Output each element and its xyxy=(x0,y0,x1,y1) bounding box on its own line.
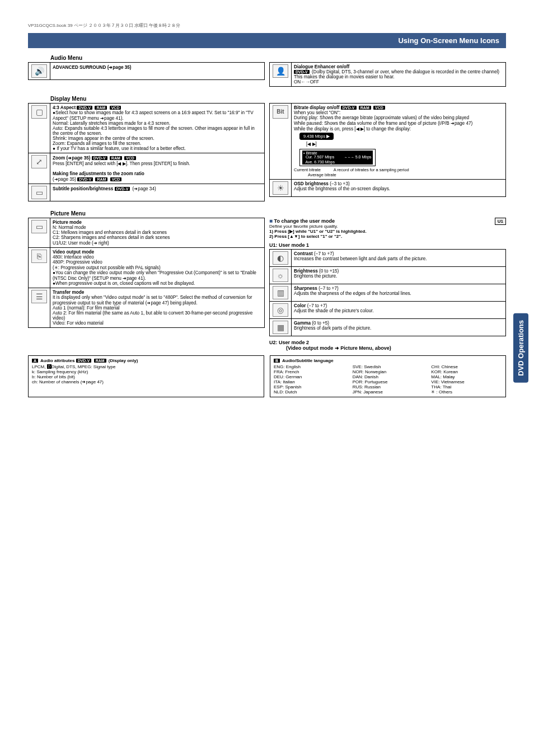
advanced-surround-text: ADVANCED SURROUND (➜page 35) xyxy=(53,65,132,70)
display-left-table: ▢ 4:3 Aspect DVD-V RAM VCD ●Select how t… xyxy=(28,103,265,201)
zoom-icon: ⤢ xyxy=(31,155,47,168)
aspect-icon: ▢ xyxy=(31,105,47,119)
page-header: Using On-Screen Menu Icons xyxy=(28,33,506,48)
book-meta: VP31GCQCS.book 39 ページ ２００３年７月３０日 水曜日 午後８… xyxy=(28,22,506,29)
color-icon: ◎ xyxy=(273,303,288,317)
display-right-table: Bit Bitrate display on/off DVD-V RAM VCD… xyxy=(269,103,506,197)
u1-badge-icon: U1 xyxy=(495,218,506,225)
subtitle-icon: ▭ xyxy=(31,186,47,199)
sharpness-icon: ▥ xyxy=(273,286,288,299)
bitrate-chart: ▪ Bitrate Cur. 7.507 Mbps ～～～ 5.0 Mbps A… xyxy=(299,149,376,166)
picture-menu-title: Picture Menu xyxy=(50,210,506,217)
subtitle-heading: Subtitle position/brightness xyxy=(53,186,113,191)
contrast-icon: ◐ xyxy=(273,251,288,265)
transfer-mode-icon: ☰ xyxy=(31,290,47,303)
brightness-icon: ☀ xyxy=(273,181,288,195)
dialogue-desc: This makes the dialogue in movies easier… xyxy=(294,74,395,79)
video-output-icon: ⎘ xyxy=(31,250,47,263)
language-box: BAudio/Subtitle language ENG: English FR… xyxy=(270,355,506,397)
bitrate-icon: Bit xyxy=(273,105,288,119)
osd-heading: OSD brightness xyxy=(294,181,329,186)
dialogue-enhancer-box: 👤 Dialogue Enhancer on/off DVD-V (Dolby … xyxy=(269,62,506,87)
picture-left-table: ▭ Picture mode N: Normal mode C1: Mellow… xyxy=(28,218,265,328)
display-menu-title: Display Menu xyxy=(50,96,506,102)
zoom-heading: Zoom (➜page 35) xyxy=(53,156,91,161)
advanced-surround-box: 🔊 ADVANCED SURROUND (➜page 35) xyxy=(28,62,265,80)
user-mode-table: ◐ Contrast (−7 to +7)Increases the contr… xyxy=(269,249,506,336)
dvd-v-badge: DVD-V xyxy=(294,70,310,74)
audio-menu-title: Audio Menu xyxy=(50,55,506,61)
picture-mode-icon: ▭ xyxy=(31,220,47,233)
dialogue-heading: Dialogue Enhancer on/off xyxy=(294,64,349,69)
change-user-mode-heading: ■ To change the user mode U1 xyxy=(269,218,506,224)
bitrate-pill: 9.438 Mbps ▶ xyxy=(299,133,334,140)
dialogue-toggle: ON←→OFF xyxy=(294,79,319,84)
audio-attributes-box: AAudio attributes DVD-V RAM (Display onl… xyxy=(28,355,264,397)
dialogue-icon: 👤 xyxy=(273,64,288,78)
side-tab-dvd-operations: DVD Operations xyxy=(513,313,528,383)
brightness2-icon: ☼ xyxy=(273,269,288,282)
speaker-icon: 🔊 xyxy=(31,64,47,78)
bitrate-heading: Bitrate display on/off xyxy=(294,105,339,110)
gamma-icon: ▦ xyxy=(273,321,288,334)
dialogue-cond: (Dolby Digital, DTS, 3-channel or over, … xyxy=(312,69,499,74)
aspect-heading: 4:3 Aspect xyxy=(53,105,76,110)
